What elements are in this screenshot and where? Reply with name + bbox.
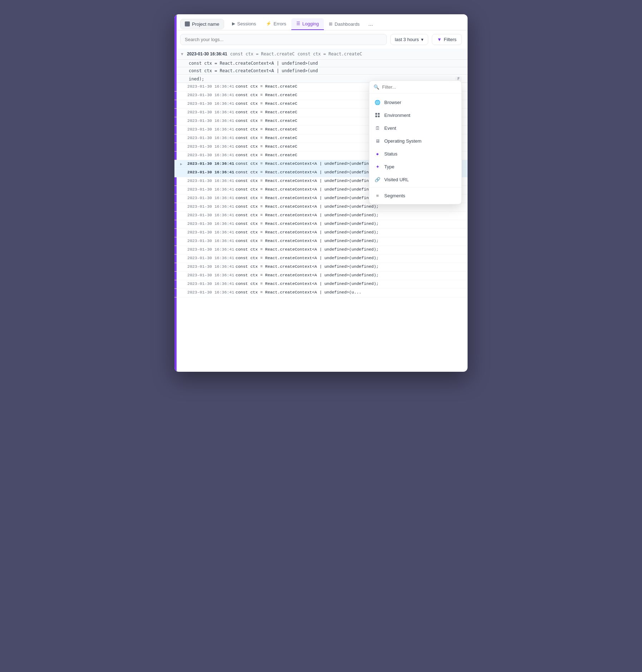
log-row[interactable]: 2023-01-30 16:36:41 const ctx = React.cr… <box>174 263 468 272</box>
tab-logging[interactable]: ☰ Logging <box>291 18 324 30</box>
expand-btn[interactable]: ▶ <box>180 162 186 166</box>
app-window: Project name ▶ Sessions ⚡ Errors ☰ Loggi… <box>174 14 468 372</box>
top-bar: Project name ▶ Sessions ⚡ Errors ☰ Loggi… <box>174 14 468 30</box>
segments-label-text: Segments <box>384 193 405 198</box>
dropdown-item-browser[interactable]: 🌐 Browser <box>369 96 461 109</box>
filter-search-input[interactable] <box>382 84 457 90</box>
project-button[interactable]: Project name <box>180 19 224 29</box>
logging-tab-label: Logging <box>302 21 319 26</box>
status-icon: ● <box>374 150 381 157</box>
segments-icon: ≡ <box>374 192 381 199</box>
sessions-tab-label: Sessions <box>237 21 256 26</box>
dropdown-search-wrap: 🔍 <box>369 81 461 94</box>
visited-url-icon: 🔗 <box>374 176 381 183</box>
nav-tabs: ▶ Sessions ⚡ Errors ☰ Logging ⊞ Dashboar… <box>227 18 462 30</box>
type-label: Type <box>384 164 394 169</box>
dropdown-items: 🌐 Browser Environment 🗓 Event <box>369 94 461 204</box>
dropdown-divider <box>369 187 461 188</box>
more-menu-button[interactable]: ... <box>365 18 376 30</box>
dropdown-item-type[interactable]: ✦ Type <box>369 160 461 173</box>
project-label: Project name <box>192 21 219 27</box>
event-icon: 🗓 <box>374 125 381 131</box>
os-icon: 🖥 <box>374 138 381 144</box>
log-row[interactable]: 2023-01-30 16:36:41 const ctx = React.cr… <box>174 272 468 280</box>
log-row[interactable]: 2023-01-30 16:36:41 const ctx = React.cr… <box>174 212 468 220</box>
filters-label: Filters <box>444 37 456 42</box>
log-row[interactable]: 2023-01-30 16:36:41 const ctx = React.cr… <box>174 280 468 289</box>
dropdown-item-environment[interactable]: Environment <box>369 109 461 122</box>
header-code-2: const ctx = React.createC <box>297 51 362 56</box>
header-code-1: const ctx = React.createC <box>230 51 295 56</box>
header-code-line-2: const ctx = React.createContext<A | unde… <box>174 60 468 67</box>
sessions-icon: ▶ <box>232 21 235 26</box>
dropdown-item-segments[interactable]: ≡ Segments <box>369 189 461 202</box>
type-icon: ✦ <box>374 163 381 170</box>
svg-rect-0 <box>375 113 377 115</box>
visited-url-label: Visited URL <box>384 177 409 182</box>
os-label: Operating System <box>384 138 421 144</box>
filter-search-icon: 🔍 <box>374 84 379 90</box>
header-code-line-3: const ctx = React.createContext<A | unde… <box>174 67 468 75</box>
browser-label: Browser <box>384 100 401 105</box>
log-row[interactable]: 2023-01-30 16:36:41 const ctx = React.cr… <box>174 220 468 229</box>
chevron-down-icon: ▾ <box>421 37 424 42</box>
environment-label: Environment <box>384 113 410 118</box>
tab-sessions[interactable]: ▶ Sessions <box>227 18 261 30</box>
expand-icon: ▼ <box>180 52 184 56</box>
log-row[interactable]: 2023-01-30 16:36:41 const ctx = React.cr… <box>174 246 468 255</box>
log-row[interactable]: 2023-01-30 16:36:41 const ctx = React.cr… <box>174 237 468 246</box>
dropdown-item-status[interactable]: ● Status <box>369 147 461 160</box>
dropdown-item-event[interactable]: 🗓 Event <box>369 122 461 134</box>
filter-icon: ▼ <box>437 37 442 42</box>
browser-icon: 🌐 <box>374 99 381 105</box>
dashboards-icon: ⊞ <box>329 21 332 26</box>
environment-icon <box>374 112 381 118</box>
search-input-wrap <box>180 34 387 45</box>
status-label: Status <box>384 151 397 157</box>
search-input[interactable] <box>180 34 387 45</box>
logging-icon: ☰ <box>296 21 300 26</box>
project-icon <box>185 21 190 26</box>
filters-button[interactable]: ▼ Filters <box>432 34 462 45</box>
log-header-row[interactable]: ▼ 2023-01-30 16:36:41 const ctx = React.… <box>174 49 468 60</box>
time-range-label: last 3 hours <box>395 37 419 42</box>
tab-dashboards[interactable]: ⊞ Dashboards <box>324 19 365 30</box>
header-timestamp: 2023-01-30 16:36:41 <box>187 51 227 56</box>
dropdown-item-visited-url[interactable]: 🔗 Visited URL <box>369 173 461 186</box>
log-row[interactable]: 2023-01-30 16:36:41 const ctx = React.cr… <box>174 255 468 263</box>
log-row[interactable]: 2023-01-30 16:36:41 const ctx = React.cr… <box>174 289 468 297</box>
time-range-select[interactable]: last 3 hours ▾ <box>390 34 428 45</box>
errors-icon: ⚡ <box>266 21 271 26</box>
dropdown-item-operating-system[interactable]: 🖥 Operating System <box>369 134 461 147</box>
dashboards-tab-label: Dashboards <box>335 21 360 27</box>
errors-tab-label: Errors <box>273 21 286 26</box>
svg-rect-3 <box>378 115 380 117</box>
svg-rect-1 <box>378 113 380 115</box>
event-label: Event <box>384 125 396 131</box>
log-row[interactable]: 2023-01-30 16:36:41 const ctx = React.cr… <box>174 229 468 237</box>
filter-dropdown: 🔍 🌐 Browser Environment <box>369 80 462 204</box>
tab-errors[interactable]: ⚡ Errors <box>261 18 291 30</box>
svg-rect-2 <box>375 115 377 117</box>
toolbar: last 3 hours ▾ ▼ Filters <box>174 30 468 49</box>
